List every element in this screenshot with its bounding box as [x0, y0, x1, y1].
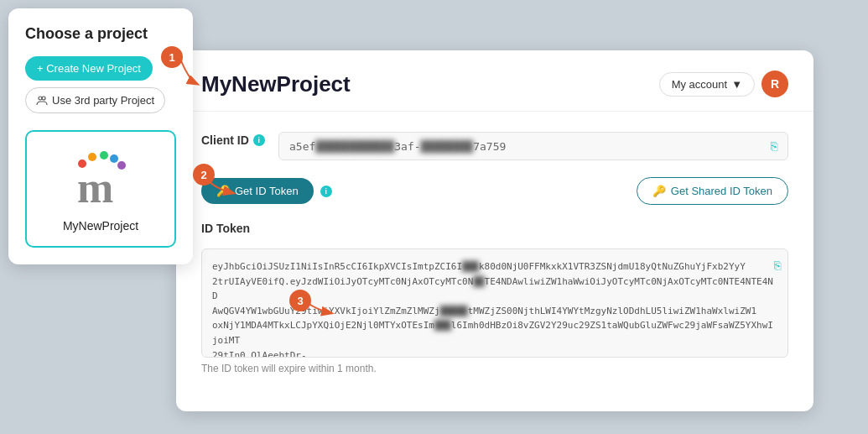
use-3rd-party-button[interactable]: Use 3rd party Project [25, 87, 165, 113]
avatar: R [761, 71, 788, 97]
get-shared-id-token-button[interactable]: 🔑 Get Shared ID Token [637, 177, 788, 205]
my-account-button[interactable]: My account ▼ [659, 72, 755, 97]
project-logo-svg: m [67, 145, 134, 212]
token-expiry: The ID token will expire within 1 month. [201, 363, 788, 374]
main-header: MyNewProject My account ▼ R [176, 50, 813, 112]
account-area: My account ▼ R [659, 71, 788, 97]
main-body: Client ID i a5ef████████████3af-████████… [176, 112, 813, 405]
client-id-row: Client ID i a5ef████████████3af-████████… [201, 132, 788, 160]
copy-client-id-icon[interactable]: ⎘ [771, 139, 777, 153]
project-card[interactable]: m MyNewProject [25, 130, 176, 248]
account-label: My account [672, 78, 727, 91]
chevron-down-icon: ▼ [731, 78, 742, 91]
project-card-name: MyNewProject [63, 219, 138, 233]
project-logo: m [67, 145, 134, 212]
get-token-info-icon[interactable]: i [320, 186, 332, 197]
svg-point-6 [117, 161, 126, 170]
button-row: + Create New Project Use 3rd party Proje… [25, 56, 176, 113]
project-title: MyNewProject [201, 71, 351, 97]
people-icon [36, 95, 48, 107]
client-id-text: a5ef████████████3af-████████7a759 [289, 140, 506, 153]
client-id-info-icon[interactable]: i [253, 134, 265, 146]
id-token-label: ID Token [201, 222, 250, 235]
choose-project-panel: Choose a project + Create New Project Us… [8, 8, 193, 264]
shared-key-icon: 🔑 [652, 185, 666, 197]
client-id-label: Client ID i [201, 132, 268, 147]
svg-point-1 [42, 97, 45, 100]
copy-id-token-icon[interactable]: ⎘ [774, 256, 781, 275]
main-panel: MyNewProject My account ▼ R Client ID i … [176, 50, 813, 411]
step-badge-2: 2 [193, 164, 215, 186]
create-new-project-button[interactable]: + Create New Project [25, 56, 153, 81]
token-actions: 🔑 Get ID Token i 🔑 Get Shared ID Token [201, 177, 788, 205]
choose-panel-title: Choose a project [25, 25, 176, 43]
svg-point-3 [88, 153, 96, 161]
svg-text:m: m [77, 164, 113, 212]
key-icon: 🔑 [216, 185, 230, 197]
outer-wrapper: Choose a project + Create New Project Us… [0, 0, 868, 434]
svg-point-4 [100, 151, 108, 159]
svg-point-5 [110, 154, 118, 163]
get-id-token-button[interactable]: 🔑 Get ID Token [201, 178, 314, 204]
step-badge-1: 1 [161, 46, 183, 68]
client-id-value: a5ef████████████3af-████████7a759 ⎘ [278, 132, 788, 160]
step-badge-3: 3 [289, 290, 311, 311]
